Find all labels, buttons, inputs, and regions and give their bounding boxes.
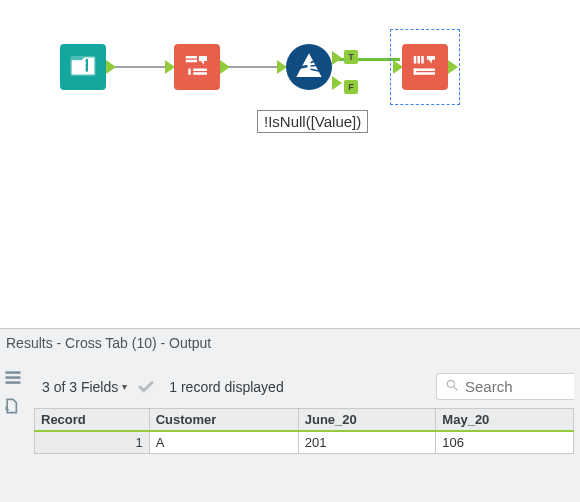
node-transpose[interactable] [174,44,220,90]
port-out-folder[interactable] [106,60,116,74]
fields-summary-label: 3 of 3 Fields [42,379,118,395]
workflow-canvas[interactable]: T F [0,0,580,328]
filter-true-badge: T [344,50,358,64]
node-input-folder[interactable] [60,44,106,90]
col-header-record[interactable]: Record [35,409,150,432]
cell-record: 1 [35,431,150,454]
port-out-filter-false[interactable] [332,76,342,90]
svg-rect-9 [193,72,207,75]
search-input[interactable] [436,373,574,400]
records-view-icon[interactable] [2,367,24,389]
filter-expression-annotation[interactable]: !IsNull([Value]) [257,110,368,133]
svg-point-3 [85,64,87,66]
svg-rect-7 [186,59,197,62]
transpose-icon [182,51,212,84]
col-header-may20[interactable]: May_20 [436,409,574,432]
col-header-customer[interactable]: Customer [149,409,298,432]
results-table[interactable]: Record Customer June_20 May_20 1 A 201 1… [34,408,574,454]
svg-rect-10 [188,68,191,74]
svg-point-4 [85,68,87,70]
svg-rect-20 [414,72,435,75]
svg-rect-8 [193,68,207,71]
svg-rect-17 [418,56,421,64]
table-header-row: Record Customer June_20 May_20 [35,409,574,432]
node-filter[interactable] [286,44,332,90]
cell-customer: A [149,431,298,454]
port-out-transpose[interactable] [220,60,230,74]
cell-may20: 106 [436,431,574,454]
results-toolbar: 3 of 3 Fields ▾ 1 record displayed [0,369,580,408]
records-summary-label: 1 record displayed [169,379,283,395]
cell-june20: 201 [298,431,436,454]
svg-point-25 [447,380,454,387]
svg-rect-21 [414,68,417,74]
svg-line-13 [311,56,325,62]
svg-rect-23 [6,376,21,379]
prism-filter-icon [290,47,328,88]
results-panel: Results - Cross Tab (10) - Output 3 of 3… [0,328,580,502]
results-title: Results - Cross Tab (10) - Output [0,329,580,369]
folder-open-icon [66,49,100,86]
wire-folder-to-transpose [108,66,172,68]
svg-rect-18 [421,56,424,64]
svg-rect-19 [414,68,435,71]
chevron-down-icon: ▾ [122,381,127,392]
svg-rect-22 [6,371,21,374]
crosstab-icon [410,51,440,84]
svg-point-2 [85,59,87,61]
col-header-june20[interactable]: June_20 [298,409,436,432]
svg-line-26 [454,387,458,391]
svg-rect-24 [6,381,21,384]
port-out-filter-true[interactable] [332,51,342,65]
wire-transpose-to-filter [222,66,284,68]
node-crosstab[interactable] [402,44,448,90]
fields-dropdown[interactable]: 3 of 3 Fields ▾ [42,379,127,395]
search-field[interactable] [465,378,566,395]
svg-rect-6 [186,56,197,59]
svg-rect-16 [414,56,417,64]
search-icon [445,378,459,395]
filter-false-badge: F [344,80,358,94]
table-row[interactable]: 1 A 201 106 [35,431,574,454]
checkmark-icon [137,378,155,396]
metadata-view-icon[interactable] [2,395,24,417]
